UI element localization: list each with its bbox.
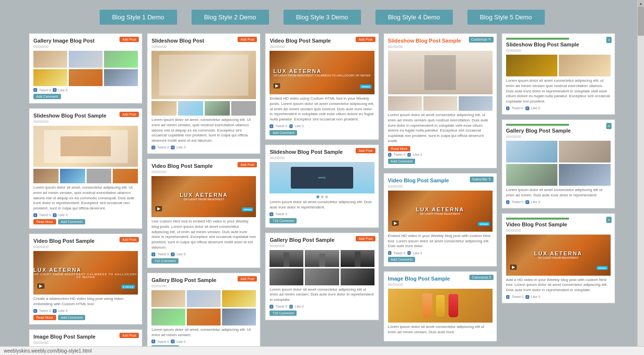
vimeo-tag-3: vimeo: [360, 85, 371, 89]
tweet-count-14: Tweet 0: [511, 106, 524, 110]
progress-bar-2: [506, 124, 569, 126]
add-comment-btn-10[interactable]: 716 Comment: [270, 311, 297, 316]
tweet-icon-14: t: [506, 106, 510, 110]
corner-btn-9[interactable]: Add Post: [356, 148, 375, 153]
add-comment-btn-9[interactable]: 716 Comment: [270, 218, 297, 223]
progress-bar-3: [506, 218, 569, 220]
add-comment-btn-11[interactable]: Add Comment: [388, 159, 416, 164]
card-actions-6: 716 Comment: [151, 258, 256, 264]
card-image-4: Comments 0 Image Blog Post Sample 00/00/…: [384, 271, 497, 341]
like-count-14: Like 0: [531, 106, 540, 110]
like-count-3: Like 0: [59, 309, 68, 312]
gallery-cell-1: [33, 51, 67, 68]
read-more-btn-11[interactable]: Read More: [388, 146, 411, 151]
like-icon-3: f: [53, 309, 57, 313]
social-row-8: t Tweet 0 f Like 0: [270, 124, 374, 128]
corner-btn-7[interactable]: Add Post: [238, 276, 257, 281]
tweet-count-10: Tweet 0: [275, 305, 287, 308]
corner-btn-11[interactable]: Customize ✎: [469, 37, 494, 43]
vimeo-tag-2: vimeo: [242, 207, 253, 211]
vimeo-tag-4: vimeo: [478, 222, 489, 226]
t-1: [388, 96, 422, 111]
read-more-btn-3[interactable]: Read More: [33, 315, 56, 320]
tweet-icon-12: t: [388, 251, 392, 255]
card-text-12: Embed HD video in your Weebly blog post …: [388, 234, 493, 249]
corner-btn-5[interactable]: Add Post: [238, 37, 257, 42]
street-img-1: [388, 51, 493, 94]
card-text-2: Lorem ipsum dolor sit amet, consectetur …: [33, 185, 138, 211]
nav-style1-button[interactable]: Blog Style 1 Demo: [100, 10, 177, 25]
corner-btn-13[interactable]: Comments 0: [469, 275, 494, 280]
like-count-15: Like 0: [531, 200, 540, 204]
like-icon-1: f: [53, 88, 57, 92]
corner-btn-16[interactable]: ▪: [606, 217, 612, 223]
corner-btn-6[interactable]: Add Post: [238, 162, 257, 167]
card-actions-3: Read More Add Comment: [33, 315, 138, 320]
corner-btn-3[interactable]: Add Post: [120, 237, 139, 242]
social-row-6: t Tweet 0 f Like 0: [151, 252, 256, 256]
corner-btn-10[interactable]: Add Post: [356, 236, 375, 241]
card-date-7: 00/00/00: [151, 284, 256, 288]
thumb-4: [113, 169, 138, 183]
card-date-15: 00/00/00: [506, 134, 611, 139]
card-slideshow-1: Add Post Slideshow Blog Post Sample 00/0…: [29, 108, 142, 229]
social-row-2: t Tweet 0 f Like 0: [33, 213, 138, 217]
add-comment-btn-8[interactable]: Add Comment: [270, 130, 297, 135]
corner-btn-2[interactable]: Add Post: [120, 112, 139, 117]
card-video-5: ▪ Video Blog Post Sample 00/00/00 LUX AE…: [502, 213, 615, 303]
office-cell-4: [559, 164, 611, 186]
corner-btn-15[interactable]: ▪: [606, 123, 612, 129]
add-comment-btn-6[interactable]: 716 Comment: [151, 258, 179, 264]
dot-2: [321, 195, 324, 198]
g-suit-3: [341, 250, 374, 267]
top-nav: Blog Style 1 Demo Blog Style 2 Demo Blog…: [29, 10, 615, 25]
corner-btn-12[interactable]: Subscribe ✎: [470, 177, 494, 182]
tweet-count-6: Tweet 0: [157, 252, 169, 256]
corner-btn-8[interactable]: Add Post: [356, 37, 375, 42]
read-more-btn-2[interactable]: Read More: [33, 219, 56, 224]
card-date-5: 00/00/00: [151, 44, 256, 49]
office-cell-2: [559, 141, 611, 163]
add-comment-btn-3[interactable]: Add Comment: [58, 315, 86, 320]
card-text-13: Lorem ipsum dolor sit amet consectetur a…: [388, 325, 493, 335]
gallery-grid-3: [270, 250, 374, 285]
col3: Add Post Video Blog Post Sample 00/00/00…: [265, 33, 378, 320]
g-cell-9: [222, 290, 256, 307]
card-date-12: 00/00/00: [388, 184, 493, 189]
card-gallery-3: Add Post Gallery Blog Post Sample 00/00/…: [265, 233, 378, 320]
card-gallery-5: ▪ Gallery Blog Post Sample 00/00/00 Lore…: [502, 119, 615, 208]
scroll-up-arrow[interactable]: ▲: [638, 0, 644, 7]
add-comment-btn-12[interactable]: Add Comment: [388, 257, 416, 262]
thumb-8: [231, 101, 256, 116]
tweet-icon-3: t: [33, 309, 37, 313]
nav-style5-button[interactable]: Blog Style 5 Demo: [467, 10, 545, 25]
tweet-count-12: Tweet 0: [393, 251, 405, 255]
card-actions-9: 716 Comment: [270, 218, 374, 223]
bottles-img: [388, 289, 493, 323]
card-actions-2: Read More Add Comment: [33, 219, 138, 224]
gallery-cell-6: [104, 69, 138, 86]
office-cell-3: [506, 164, 558, 186]
nav-style3-button[interactable]: Blog Style 3 Demo: [284, 10, 361, 25]
scrollbar[interactable]: ▲ ▼: [637, 0, 644, 355]
corner-btn-14[interactable]: ▪: [606, 37, 612, 43]
g-cell-7: [151, 290, 185, 307]
video-img-4: LUX AETERNA OF LIGHT FROM NIGHTREST vime…: [388, 191, 493, 232]
social-row-11: t Tweet 0 f Like 0: [388, 153, 493, 157]
corner-btn-1[interactable]: Add Post: [120, 37, 139, 42]
card-actions-10: 716 Comment: [270, 311, 374, 316]
card-date-14: 00/00/00: [506, 48, 611, 53]
status-url: weeblyskins.weebly.com/blog-style1.html: [4, 348, 92, 354]
dot-3: [325, 195, 328, 198]
scrollbar-thumb[interactable]: [638, 7, 644, 36]
like-count-12: Like 0: [413, 251, 422, 255]
nav-style2-button[interactable]: Blog Style 2 Demo: [192, 10, 269, 25]
nav-style4-button[interactable]: Blog Style 4 Demo: [375, 10, 453, 25]
corner-btn-4[interactable]: Add Post: [120, 333, 139, 338]
social-row-16: t Tweet 0 f Like 0: [506, 295, 611, 299]
thumb-row-1: [33, 169, 138, 183]
add-comment-btn-1[interactable]: Add Comment: [33, 94, 61, 99]
add-comment-btn-2[interactable]: Add Comment: [58, 219, 86, 224]
card-slideshow-3: Add Post Slideshow Blog Post Sample 00/0…: [265, 145, 378, 228]
card-text-5: Lorem ipsum dolor sit amet, consectetur …: [151, 118, 256, 144]
